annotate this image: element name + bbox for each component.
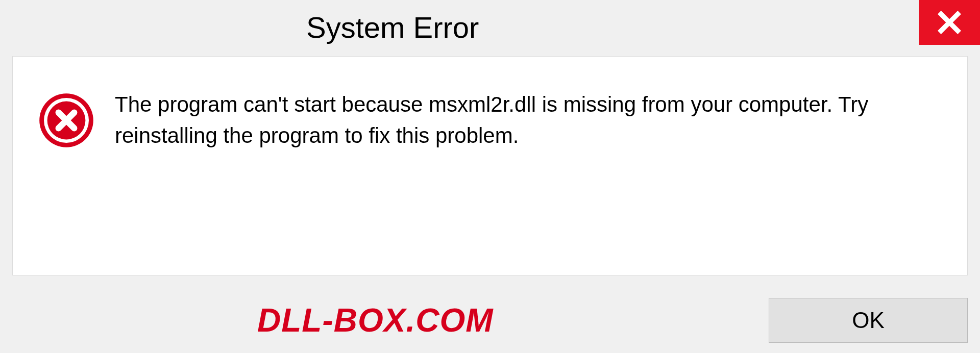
dialog-footer: DLL-BOX.COM OK xyxy=(0,298,980,343)
close-icon xyxy=(935,8,964,37)
window-title: System Error xyxy=(306,10,479,44)
titlebar: System Error xyxy=(0,0,980,51)
error-icon xyxy=(38,92,94,148)
watermark-text: DLL-BOX.COM xyxy=(257,301,494,339)
close-button[interactable] xyxy=(919,0,980,45)
ok-button[interactable]: OK xyxy=(769,298,968,343)
error-message: The program can't start because msxml2r.… xyxy=(115,87,942,152)
dialog-content: The program can't start because msxml2r.… xyxy=(12,56,968,275)
